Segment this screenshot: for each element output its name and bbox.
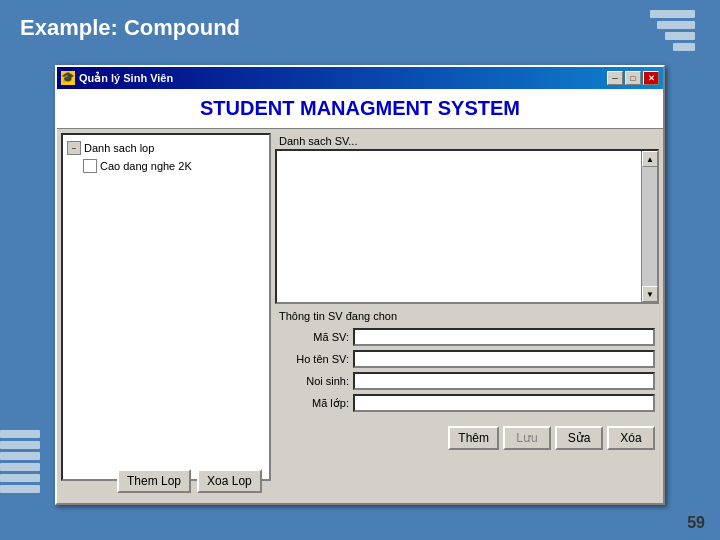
restore-button[interactable]: □ xyxy=(625,71,641,85)
tree-expand-icon: − xyxy=(67,141,81,155)
noi-sinh-row: Noi sinh: xyxy=(279,372,655,390)
tree-root-label: Danh sach lop xyxy=(84,142,154,154)
title-bar-buttons: ─ □ ✕ xyxy=(607,71,659,85)
file-icon xyxy=(83,159,97,173)
title-bar: 🎓 Quản lý Sinh Viên ─ □ ✕ xyxy=(57,67,663,89)
sua-button[interactable]: Sửa xyxy=(555,426,603,450)
minimize-button[interactable]: ─ xyxy=(607,71,623,85)
noi-sinh-label: Noi sinh: xyxy=(279,375,349,387)
scroll-track xyxy=(642,167,657,286)
sv-list-box[interactable]: ▲ ▼ xyxy=(275,149,659,304)
sv-list-section: Danh sach SV... ▲ ▼ xyxy=(275,133,659,304)
sv-list-label: Danh sach SV... xyxy=(275,133,659,149)
dialog-header: STUDENT MANAGMENT SYSTEM xyxy=(57,89,663,129)
left-panel-buttons: Them Lop Xoa Lop xyxy=(117,469,262,493)
tree-child-item[interactable]: Cao dang nghe 2K xyxy=(83,157,265,175)
ho-ten-row: Ho tên SV: xyxy=(279,350,655,368)
scroll-down-button[interactable]: ▼ xyxy=(642,286,658,302)
ma-lop-input[interactable] xyxy=(353,394,655,412)
dialog-icon: 🎓 xyxy=(61,71,75,85)
tree-root-item[interactable]: − Danh sach lop xyxy=(67,139,265,157)
decorative-stripes-top xyxy=(650,10,710,70)
ma-sv-input[interactable] xyxy=(353,328,655,346)
them-button[interactable]: Thêm xyxy=(448,426,499,450)
ho-ten-input[interactable] xyxy=(353,350,655,368)
right-panel: Danh sach SV... ▲ ▼ Thông tin SV đang ch… xyxy=(275,133,659,481)
scroll-up-button[interactable]: ▲ xyxy=(642,151,658,167)
action-buttons: Thêm Lưu Sửa Xóa xyxy=(275,422,659,454)
tree-panel: − Danh sach lop Cao dang nghe 2K xyxy=(61,133,271,481)
page-title: Example: Compound xyxy=(0,0,720,51)
info-section-label: Thông tin SV đang chon xyxy=(275,308,659,324)
info-fields: Mã SV: Ho tên SV: Noi sinh: Mã lớp: xyxy=(275,324,659,416)
decorative-stripes-bottom xyxy=(0,430,50,510)
scrollbar[interactable]: ▲ ▼ xyxy=(641,151,657,302)
luu-button[interactable]: Lưu xyxy=(503,426,551,450)
ma-sv-row: Mã SV: xyxy=(279,328,655,346)
ma-sv-label: Mã SV: xyxy=(279,331,349,343)
dialog-title: Quản lý Sinh Viên xyxy=(79,72,173,85)
dialog-content: − Danh sach lop Cao dang nghe 2K Danh sa… xyxy=(57,129,663,485)
ma-lop-row: Mã lớp: xyxy=(279,394,655,412)
noi-sinh-input[interactable] xyxy=(353,372,655,390)
xoa-button[interactable]: Xóa xyxy=(607,426,655,450)
them-lop-button[interactable]: Them Lop xyxy=(117,469,191,493)
ho-ten-label: Ho tên SV: xyxy=(279,353,349,365)
dialog-window: 🎓 Quản lý Sinh Viên ─ □ ✕ STUDENT MANAGM… xyxy=(55,65,665,505)
title-bar-left: 🎓 Quản lý Sinh Viên xyxy=(61,71,173,85)
tree-child-label: Cao dang nghe 2K xyxy=(100,160,192,172)
info-section: Thông tin SV đang chon Mã SV: Ho tên SV:… xyxy=(275,308,659,416)
page-number: 59 xyxy=(687,514,705,532)
close-button[interactable]: ✕ xyxy=(643,71,659,85)
ma-lop-label: Mã lớp: xyxy=(279,397,349,410)
xoa-lop-button[interactable]: Xoa Lop xyxy=(197,469,262,493)
